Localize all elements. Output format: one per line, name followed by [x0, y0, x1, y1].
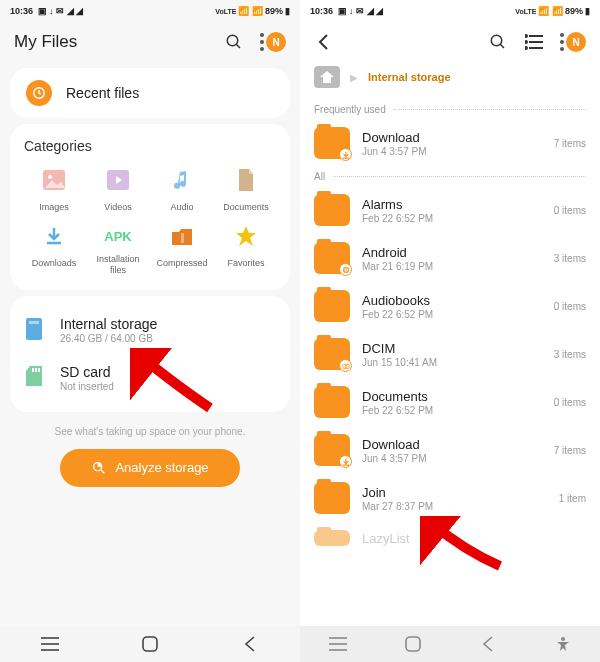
- download-badge-icon: [339, 455, 352, 468]
- folder-join[interactable]: JoinMar 27 8:37 PM 1 item: [300, 474, 600, 522]
- folder-icon: [314, 482, 350, 514]
- documents-icon: [234, 168, 258, 192]
- download-badge-icon: [339, 148, 352, 161]
- annotation-arrow-left: [130, 348, 220, 418]
- more-icon: [560, 33, 564, 51]
- svg-point-18: [491, 35, 502, 46]
- apk-icon: APK: [106, 224, 130, 248]
- nav-accessibility[interactable]: [543, 636, 583, 652]
- svg-rect-11: [38, 368, 40, 372]
- section-all: All: [300, 167, 600, 186]
- svg-line-19: [500, 44, 504, 48]
- category-compressed[interactable]: Compressed: [152, 224, 212, 276]
- header: My Files N: [0, 22, 300, 62]
- nav-back[interactable]: [468, 636, 508, 652]
- svg-point-24: [525, 41, 527, 43]
- svg-rect-8: [29, 321, 39, 324]
- nav-recents[interactable]: [30, 637, 70, 651]
- folder-icon: [314, 530, 350, 546]
- svg-line-1: [236, 44, 240, 48]
- breadcrumb-home-icon[interactable]: [314, 66, 340, 88]
- sd-card-sub: Not inserted: [60, 381, 114, 392]
- nav-bar: [300, 626, 600, 662]
- folder-icon: [314, 386, 350, 418]
- svg-rect-17: [143, 637, 157, 651]
- more-menu-with-avatar[interactable]: N: [560, 32, 586, 52]
- folder-icon: [314, 127, 350, 159]
- chevron-right-icon: ▶: [350, 72, 358, 83]
- categories-title: Categories: [24, 138, 276, 154]
- svg-point-4: [48, 175, 52, 179]
- svg-rect-9: [32, 368, 34, 372]
- category-videos[interactable]: Videos: [88, 168, 148, 216]
- images-icon: [42, 168, 66, 192]
- internal-storage-name: Internal storage: [60, 316, 157, 332]
- folder-icon: [314, 290, 350, 322]
- svg-point-27: [345, 269, 347, 271]
- folder-alarms[interactable]: AlarmsFeb 22 6:52 PM 0 items: [300, 186, 600, 234]
- annotation-arrow-right: [420, 516, 510, 576]
- category-favorites[interactable]: Favorites: [216, 224, 276, 276]
- svg-point-25: [525, 47, 527, 49]
- breadcrumb: ▶ Internal storage: [300, 62, 600, 100]
- recent-files-row[interactable]: Recent files: [10, 68, 290, 118]
- back-icon[interactable]: [314, 32, 334, 52]
- svg-rect-33: [406, 637, 420, 651]
- folder-icon: [314, 242, 350, 274]
- view-list-icon[interactable]: [524, 32, 544, 52]
- folder-download-freq[interactable]: DownloadJun 4 3:57 PM 7 items: [300, 119, 600, 167]
- svg-rect-10: [35, 368, 37, 372]
- videos-icon: [106, 168, 130, 192]
- svg-point-29: [344, 365, 346, 367]
- breadcrumb-current[interactable]: Internal storage: [368, 71, 451, 83]
- category-downloads[interactable]: Downloads: [24, 224, 84, 276]
- sd-card-icon: [26, 366, 46, 390]
- left-screen: 10:36 ▣ ↓ ✉ ◢ ◢ VoLTE📶 📶89%▮ My Files N …: [0, 0, 300, 662]
- recent-files-label: Recent files: [66, 85, 139, 101]
- downloads-icon: [42, 224, 66, 248]
- svg-point-23: [525, 35, 527, 37]
- analyze-storage-button[interactable]: Analyze storage: [60, 449, 240, 487]
- internal-storage-icon: [26, 318, 46, 342]
- internal-storage-row[interactable]: Internal storage 26.40 GB / 64.00 GB: [24, 310, 276, 350]
- folder-icon: [314, 338, 350, 370]
- storage-hint: See what's taking up space on your phone…: [0, 426, 300, 437]
- favorites-icon: [234, 224, 258, 248]
- avatar: N: [266, 32, 286, 52]
- nav-recents[interactable]: [318, 637, 358, 651]
- search-icon[interactable]: [224, 32, 244, 52]
- folder-icon: [314, 434, 350, 466]
- svg-point-34: [561, 637, 565, 641]
- category-apk[interactable]: APK Installation files: [88, 224, 148, 276]
- svg-rect-6: [181, 233, 184, 243]
- analyze-icon: [91, 460, 107, 476]
- folder-download-all[interactable]: DownloadJun 4 3:57 PM 7 items: [300, 426, 600, 474]
- sd-card-name: SD card: [60, 364, 114, 380]
- category-images[interactable]: Images: [24, 168, 84, 216]
- folder-audiobooks[interactable]: AudiobooksFeb 22 6:52 PM 0 items: [300, 282, 600, 330]
- gear-badge-icon: [339, 263, 352, 276]
- svg-point-0: [227, 35, 238, 46]
- more-icon: [260, 33, 264, 51]
- category-audio[interactable]: Audio: [152, 168, 212, 216]
- folder-dcim[interactable]: DCIMJun 15 10:41 AM 3 items: [300, 330, 600, 378]
- nav-back[interactable]: [230, 636, 270, 652]
- search-icon[interactable]: [488, 32, 508, 52]
- more-menu-with-avatar[interactable]: N: [260, 32, 286, 52]
- right-screen: 10:36 ▣ ↓ ✉ ◢ ◢ VoLTE📶 📶89%▮ N ▶ Interna…: [300, 0, 600, 662]
- svg-line-13: [101, 470, 104, 473]
- category-documents[interactable]: Documents: [216, 168, 276, 216]
- header: N: [300, 22, 600, 62]
- compressed-icon: [170, 224, 194, 248]
- audio-icon: [170, 168, 194, 192]
- statusbar: 10:36 ▣ ↓ ✉ ◢ ◢ VoLTE📶 📶89%▮: [300, 0, 600, 22]
- folder-android[interactable]: AndroidMar 21 6:19 PM 3 items: [300, 234, 600, 282]
- nav-home[interactable]: [393, 636, 433, 652]
- folder-documents[interactable]: DocumentsFeb 22 6:52 PM 0 items: [300, 378, 600, 426]
- camera-badge-icon: [339, 359, 352, 372]
- folder-icon: [314, 194, 350, 226]
- categories-card: Categories Images Videos Audio Documents…: [10, 124, 290, 290]
- page-title: My Files: [14, 32, 77, 52]
- nav-home[interactable]: [130, 636, 170, 652]
- nav-bar: [0, 626, 300, 662]
